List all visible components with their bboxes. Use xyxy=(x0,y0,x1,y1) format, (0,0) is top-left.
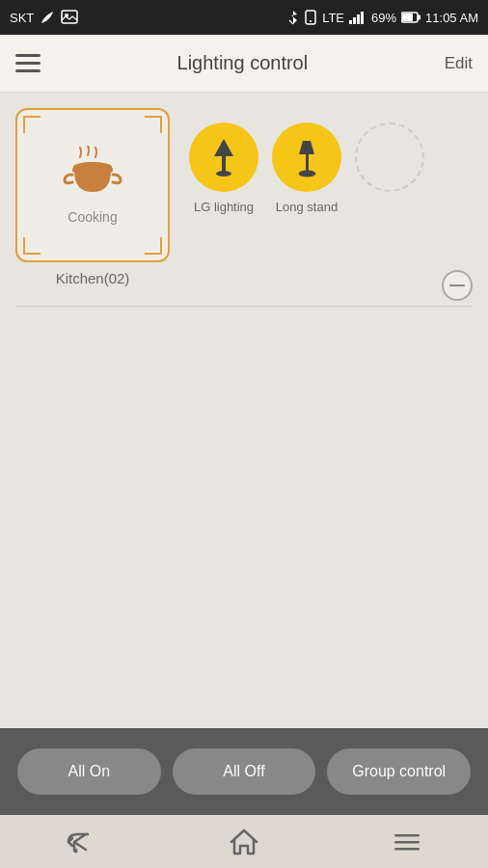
svg-rect-7 xyxy=(361,12,364,24)
svg-rect-19 xyxy=(394,834,420,837)
all-off-button[interactable]: All Off xyxy=(173,748,316,795)
corner-br xyxy=(145,237,162,255)
nav-bar xyxy=(0,815,488,868)
svg-point-3 xyxy=(310,20,312,22)
svg-rect-10 xyxy=(418,15,420,20)
header-title: Lighting control xyxy=(177,52,309,74)
lamp-icon-lg xyxy=(206,137,241,177)
menu-nav-button[interactable] xyxy=(388,823,426,861)
cooking-label: Cooking xyxy=(68,209,117,225)
svg-rect-5 xyxy=(353,17,356,24)
corner-tl xyxy=(23,116,41,133)
svg-point-15 xyxy=(216,171,231,176)
hamburger-line-2 xyxy=(15,62,41,65)
room-card[interactable]: Cooking xyxy=(15,108,170,262)
phone-icon xyxy=(304,10,317,25)
svg-rect-20 xyxy=(394,841,420,844)
svg-rect-13 xyxy=(72,167,113,173)
long-stand-button[interactable] xyxy=(272,122,341,192)
all-on-button[interactable]: All On xyxy=(17,748,161,795)
devices-row: LG lighting Long stand xyxy=(189,122,424,214)
status-right: LTE 69% 11:05 AM xyxy=(287,10,478,25)
cooking-icon-wrap: Cooking xyxy=(59,146,126,225)
carrier-text: SKT xyxy=(10,11,34,25)
bluetooth-icon xyxy=(287,10,299,25)
room-name: Kitchen(02) xyxy=(15,270,170,286)
device-item-empty xyxy=(355,122,424,192)
corner-tr xyxy=(145,116,162,133)
svg-rect-16 xyxy=(306,154,309,172)
edit-button[interactable]: Edit xyxy=(445,54,473,73)
back-icon xyxy=(67,830,95,854)
menu-button[interactable] xyxy=(15,54,41,72)
svg-rect-18 xyxy=(449,285,465,286)
remove-button[interactable] xyxy=(442,270,473,301)
image-icon xyxy=(61,10,78,25)
time-text: 11:05 AM xyxy=(425,11,478,25)
lg-lighting-button[interactable] xyxy=(189,122,258,192)
device-item-lg-lighting: LG lighting xyxy=(189,122,258,214)
svg-rect-12 xyxy=(88,162,97,167)
cooking-pot-icon xyxy=(59,146,126,203)
lg-lighting-label: LG lighting xyxy=(194,200,254,214)
menu-icon xyxy=(393,830,421,854)
group-control-button[interactable]: Group control xyxy=(327,748,471,795)
hamburger-line-1 xyxy=(15,54,41,57)
signal-icon xyxy=(349,11,366,24)
leaf-icon xyxy=(40,10,55,25)
app-header: Lighting control Edit xyxy=(0,35,488,93)
network-lte: LTE xyxy=(322,11,344,25)
battery-icon xyxy=(401,12,420,23)
svg-rect-4 xyxy=(349,20,352,24)
home-icon xyxy=(230,828,258,855)
status-bar: SKT LTE 69% xyxy=(0,0,488,35)
svg-point-17 xyxy=(299,171,316,177)
empty-device-slot[interactable] xyxy=(355,122,424,192)
svg-rect-9 xyxy=(402,14,413,21)
devices-area: LG lighting Long stand xyxy=(170,113,473,282)
svg-rect-14 xyxy=(222,156,226,172)
room-row: Cooking Kitchen(02) xyxy=(15,108,473,286)
svg-rect-0 xyxy=(62,11,77,23)
corner-bl xyxy=(23,237,41,255)
battery-text: 69% xyxy=(371,11,396,25)
home-button[interactable] xyxy=(225,823,263,861)
back-button[interactable] xyxy=(62,823,100,861)
svg-rect-21 xyxy=(394,848,420,851)
svg-rect-6 xyxy=(357,14,360,24)
hamburger-line-3 xyxy=(15,69,41,72)
minus-icon xyxy=(449,284,465,287)
long-stand-label: Long stand xyxy=(276,200,338,214)
device-item-long-stand: Long stand xyxy=(272,122,341,214)
section-divider xyxy=(15,306,473,307)
status-left: SKT xyxy=(10,10,78,25)
stand-lamp-icon xyxy=(289,137,324,177)
main-content: Cooking Kitchen(02) xyxy=(0,93,488,728)
room-section: Cooking Kitchen(02) xyxy=(15,108,170,286)
bottom-toolbar: All On All Off Group control xyxy=(0,728,488,815)
